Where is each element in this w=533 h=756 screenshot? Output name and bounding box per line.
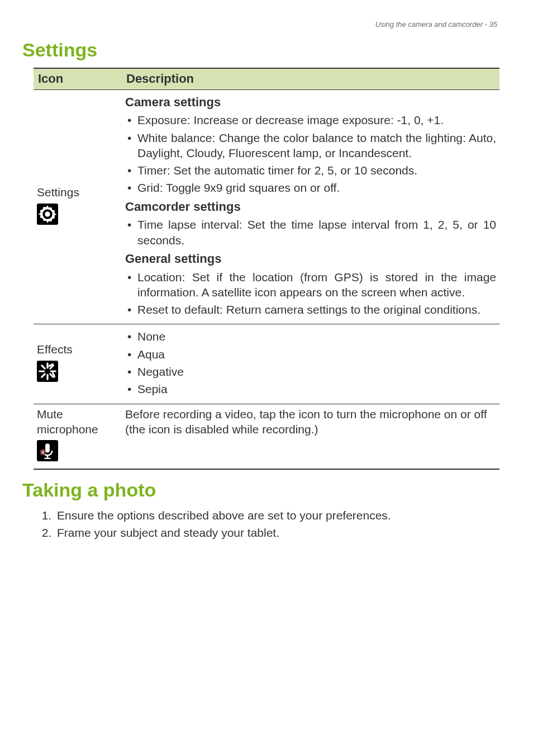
settings-row-label: Settings — [37, 185, 118, 200]
general-settings-list: Location: Set if the location (from GPS)… — [125, 270, 496, 318]
list-item: Exposure: Increase or decrease image exp… — [125, 112, 496, 127]
svg-line-7 — [42, 365, 45, 368]
camcorder-settings-list: Time lapse interval: Set the time lapse … — [125, 217, 496, 248]
gear-icon — [37, 204, 58, 225]
th-icon: Icon — [34, 68, 122, 89]
step-item: Frame your subject and steady your table… — [55, 525, 499, 540]
list-item: None — [125, 329, 496, 344]
list-item: Grid: Toggle 9x9 grid squares on or off. — [125, 180, 496, 195]
list-item: Timer: Set the automatic timer for 2, 5,… — [125, 163, 496, 178]
camera-settings-list: Exposure: Increase or decrease image exp… — [125, 112, 496, 195]
list-item: Negative — [125, 364, 496, 379]
table-row: Mute microphone 🔇 Before recording a vid… — [34, 404, 499, 469]
svg-line-10 — [42, 374, 45, 377]
icon-cell-settings: Settings — [34, 89, 122, 324]
icon-cell-mute: Mute microphone 🔇 — [34, 404, 122, 469]
desc-cell-settings: Camera settings Exposure: Increase or de… — [122, 89, 499, 324]
effects-icon — [37, 361, 58, 382]
microphone-icon: 🔇 — [37, 440, 58, 461]
taking-photo-steps: Ensure the options described above are s… — [55, 508, 499, 541]
settings-heading: Settings — [22, 37, 499, 62]
list-item: Time lapse interval: Set the time lapse … — [125, 217, 496, 248]
effects-list: None Aqua Negative Sepia — [125, 329, 496, 396]
mute-row-label: Mute microphone — [37, 407, 118, 437]
list-item: White balance: Change the color balance … — [125, 130, 496, 161]
effects-row-label: Effects — [37, 342, 118, 357]
list-item: Location: Set if the location (from GPS)… — [125, 270, 496, 300]
camera-settings-heading: Camera settings — [125, 94, 496, 111]
step-item: Ensure the options described above are s… — [55, 508, 499, 523]
th-description: Description — [122, 68, 499, 89]
table-row: Effects None Aqua Negative Sepia — [34, 324, 499, 404]
table-row: Settings Camera settings Exposure: Incre… — [34, 89, 499, 324]
list-item: Aqua — [125, 347, 496, 362]
svg-text:🔇: 🔇 — [40, 450, 46, 456]
list-item: Reset to default: Return camera settings… — [125, 302, 496, 317]
desc-cell-effects: None Aqua Negative Sepia — [122, 324, 499, 404]
mute-description-text: Before recording a video, tap the icon t… — [125, 408, 487, 436]
camcorder-settings-heading: Camcorder settings — [125, 199, 496, 215]
page-header-right: Using the camera and camcorder - 35 — [22, 20, 499, 30]
svg-rect-15 — [44, 458, 50, 459]
svg-point-2 — [45, 211, 50, 217]
icon-cell-effects: Effects — [34, 324, 122, 404]
taking-photo-heading: Taking a photo — [22, 478, 499, 502]
general-settings-heading: General settings — [125, 251, 496, 267]
list-item: Sepia — [125, 381, 496, 396]
desc-cell-mute: Before recording a video, tap the icon t… — [122, 404, 499, 469]
settings-table: Icon Description Settings Camera setting… — [34, 68, 499, 469]
